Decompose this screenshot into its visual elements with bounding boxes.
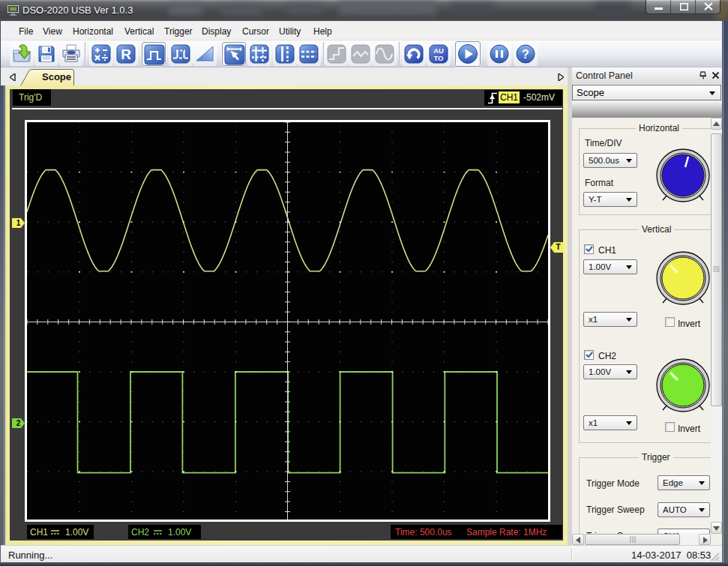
- svg-text:TO: TO: [433, 54, 443, 62]
- svg-text:R: R: [121, 46, 131, 62]
- svg-text:?: ?: [522, 48, 529, 61]
